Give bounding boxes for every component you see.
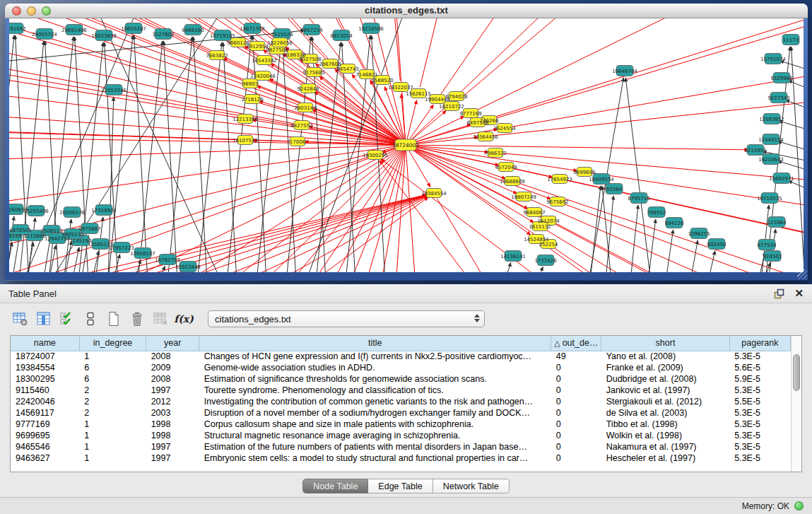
table-cell[interactable]: 2	[79, 396, 146, 407]
table-cell[interactable]: 2008	[146, 351, 199, 362]
table-row[interactable]: 946554611997Estimation of the future num…	[11, 441, 791, 452]
table-cell[interactable]: 0	[551, 396, 601, 407]
resize-grip[interactable]	[797, 269, 807, 279]
table-row[interactable]: 969969511998Structural magnetic resonanc…	[11, 430, 791, 441]
table-cell[interactable]: 1	[79, 452, 146, 464]
table-cell[interactable]: Disruption of a novel member of a sodium…	[199, 407, 551, 419]
table-row[interactable]: 1938455462009Genome-wide association stu…	[11, 362, 791, 373]
table-cell[interactable]: 0	[551, 385, 601, 396]
table-row[interactable]: 1830029562008Estimation of significance …	[11, 373, 791, 385]
table-cell[interactable]: 1998	[146, 430, 199, 441]
table-cell[interactable]: 5.3E-5	[729, 407, 790, 419]
table-cell[interactable]: 9699695	[11, 430, 79, 441]
table-cell[interactable]: 1	[79, 430, 146, 441]
function-icon[interactable]: f(x)	[175, 310, 193, 328]
minimize-window-button[interactable]	[27, 6, 36, 16]
table-cell[interactable]: 2	[79, 407, 146, 419]
table-cell[interactable]: Stergiakouli et al. (2012)	[601, 396, 730, 407]
table-cell[interactable]: 2	[79, 385, 146, 396]
table-row[interactable]: 946362711997Embryonic stem cells: a mode…	[11, 452, 791, 464]
column-header-title[interactable]: title	[199, 336, 551, 351]
table-cell[interactable]: 1	[79, 441, 146, 452]
table-mode-icon[interactable]	[81, 310, 100, 328]
table-cell[interactable]: 5.5E-5	[729, 396, 790, 407]
column-header-name[interactable]: name	[11, 336, 79, 351]
table-cell[interactable]: 0	[551, 441, 601, 452]
table-cell[interactable]: Franke et al. (2009)	[601, 362, 730, 373]
table-cell[interactable]: 5.9E-5	[729, 373, 790, 385]
close-panel-icon[interactable]: ✕	[794, 288, 804, 298]
table-cell[interactable]: 9463627	[11, 452, 79, 464]
table-cell[interactable]: 1998	[146, 419, 199, 430]
table-cell[interactable]: 1997	[146, 385, 199, 396]
row-check-icon[interactable]	[58, 310, 76, 328]
table-cell[interactable]: 5.6E-5	[729, 362, 790, 373]
table-cell[interactable]: de Silva et al. (2003)	[601, 407, 730, 419]
table-cell[interactable]: 0	[551, 407, 601, 419]
table-cell[interactable]: 49	[551, 351, 601, 362]
table-cell[interactable]: Embryonic stem cells: a model to study s…	[199, 452, 551, 464]
table-cell[interactable]: Structural magnetic resonance image aver…	[199, 430, 551, 441]
network-view[interactable]: 1117317006391599338498903121064252254677…	[9, 18, 804, 272]
vertical-scrollbar[interactable]	[791, 336, 801, 472]
table-cell[interactable]: Hescheler et al. (1997)	[601, 452, 730, 464]
table-cell[interactable]: 2003	[146, 407, 199, 419]
table-cell[interactable]: 5.3E-5	[729, 419, 790, 430]
zoom-window-button[interactable]	[42, 6, 51, 16]
table-cell[interactable]: 5.3E-5	[729, 351, 790, 362]
table-cell[interactable]: Estimation of significance thresholds fo…	[199, 373, 551, 385]
scrollbar-thumb[interactable]	[793, 354, 800, 391]
table-cell[interactable]: 2012	[146, 396, 199, 407]
table-cell[interactable]: 1	[79, 419, 146, 430]
table-cell[interactable]: 0	[551, 452, 601, 464]
table-cell[interactable]: Changes of HCN gene expression and I(f) …	[199, 351, 551, 362]
column-header-pagerank[interactable]: pagerank	[729, 336, 790, 351]
tab-node-table[interactable]: Node Table	[302, 479, 368, 493]
table-cell[interactable]: Corpus callosum shape and size in male p…	[199, 419, 551, 430]
table-cell[interactable]: Dudbridge et al. (2008)	[601, 373, 730, 385]
table-cell[interactable]: Jankovic et al. (1997)	[601, 385, 730, 396]
table-cell[interactable]: Estimation of the future numbers of pati…	[199, 441, 551, 452]
column-header-short[interactable]: short	[601, 336, 730, 351]
column-header-year[interactable]: year	[146, 336, 199, 351]
table-cell[interactable]: Yano et al. (2008)	[601, 351, 730, 362]
table-row[interactable]: 911546021997Tourette syndrome. Phenomeno…	[11, 385, 791, 396]
delete-table-icon[interactable]	[128, 310, 146, 328]
table-cell[interactable]: 18724007	[11, 351, 79, 362]
table-cell[interactable]: Genome-wide association studies in ADHD.	[199, 362, 551, 373]
table-cell[interactable]: 2009	[146, 362, 199, 373]
table-cell[interactable]: Tourette syndrome. Phenomenology and cla…	[199, 385, 551, 396]
table-cell[interactable]: 0	[551, 362, 601, 373]
close-window-button[interactable]	[12, 6, 21, 16]
tab-edge-table[interactable]: Edge Table	[368, 479, 433, 493]
table-cell[interactable]: Tibbo et al. (1998)	[601, 419, 730, 430]
table-cell[interactable]: Wolkin et al. (1998)	[601, 430, 730, 441]
table-cell[interactable]: 6	[79, 362, 146, 373]
network-canvas[interactable]: 1117317006391599338498903121064252254677…	[9, 18, 804, 272]
table-cell[interactable]: 0	[551, 430, 601, 441]
table-cell[interactable]: 0	[551, 373, 601, 385]
import-table-icon[interactable]	[151, 310, 170, 328]
table-cell[interactable]: 5.3E-5	[729, 385, 790, 396]
table-cell[interactable]: 5.3E-5	[729, 441, 790, 452]
table-cell[interactable]: 19384554	[11, 362, 79, 373]
table-selector-dropdown[interactable]: citations_edges.txt	[208, 310, 485, 327]
table-row[interactable]: 1456911722003Disruption of a novel membe…	[11, 407, 791, 419]
column-select-icon[interactable]	[35, 310, 53, 328]
table-cell[interactable]: 6	[79, 373, 146, 385]
table-cell[interactable]: 5.3E-5	[729, 452, 790, 464]
table-settings-icon[interactable]	[11, 310, 30, 328]
column-header-in_degree[interactable]: in_degree	[79, 336, 146, 351]
table-cell[interactable]: 1997	[146, 441, 199, 452]
column-header-out_de[interactable]: △out_de…	[551, 336, 601, 351]
table-cell[interactable]: 9115460	[11, 385, 79, 396]
table-cell[interactable]: 1997	[146, 452, 199, 464]
table-cell[interactable]: 0	[551, 419, 601, 430]
table-cell[interactable]: Investigating the contribution of common…	[199, 396, 551, 407]
window-titlebar[interactable]: citations_edges.txt	[5, 4, 808, 18]
table-cell[interactable]: 1	[79, 351, 146, 362]
new-table-icon[interactable]	[105, 310, 123, 328]
table-cell[interactable]: 18300295	[11, 373, 79, 385]
tab-network-table[interactable]: Network Table	[433, 479, 510, 493]
table-cell[interactable]: 9465546	[11, 441, 79, 452]
